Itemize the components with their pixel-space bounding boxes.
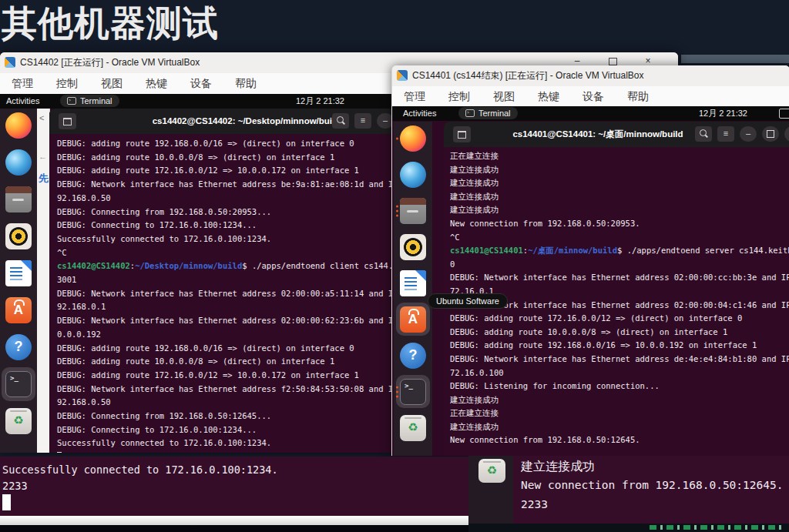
focused-app-menu[interactable]: >Terminal: [60, 95, 119, 107]
menu-item[interactable]: 视图: [89, 73, 134, 93]
terminal-output[interactable]: DEBUG: adding route 192.168.0.0/16 => (d…: [49, 134, 443, 453]
terminal-line: DEBUG: adding route 192.168.0.0/16 => (d…: [57, 137, 443, 151]
rhythmbox-icon: [5, 223, 32, 249]
thunderbird-icon: [400, 162, 426, 188]
terminal-line: New connection from 192.168.0.50:12645.: [521, 476, 789, 495]
terminal-icon: >: [67, 97, 76, 105]
terminal-line: Successfully connected to 172.16.0.100:1…: [57, 233, 443, 246]
terminal-line: New connection from 192.168.0.50:20953.: [450, 217, 789, 231]
terminal-line: 72.16.0.100: [450, 366, 789, 380]
dock-item-firefox[interactable]: [2, 109, 35, 142]
terminal-line: DEBUG: Network interface has Ethernet ad…: [57, 178, 443, 192]
menu-item[interactable]: 视图: [482, 86, 526, 106]
terminal-line: 建立连接成功: [450, 190, 789, 204]
menu-item[interactable]: 设备: [179, 73, 223, 93]
window2-dock: [394, 122, 432, 456]
dock-item-files[interactable]: [2, 182, 35, 216]
focused-app-menu[interactable]: >Terminal: [458, 107, 518, 119]
firefox-icon: [5, 112, 32, 139]
dock-item-help[interactable]: [2, 330, 35, 364]
search-icon[interactable]: [332, 113, 349, 129]
dock-item-software[interactable]: [396, 303, 430, 336]
zoomed-terminal-output: Successfully connected to 172.16.0.100:1…: [0, 457, 468, 516]
terminal-line: 建立连接成功: [450, 420, 789, 434]
terminal-line: cs14402@CS14402:~/Desktop/minnow/build$ …: [57, 259, 443, 273]
window1-terminal: cs14402@CS14402: ~/Desktop/minnow/build …: [49, 109, 443, 453]
dock-item-trash[interactable]: [2, 404, 35, 438]
activities-button[interactable]: Activities: [403, 106, 436, 121]
terminal-line: DEBUG: Connecting from 192.168.0.50:2095…: [57, 206, 443, 219]
menu-item[interactable]: 设备: [571, 86, 616, 106]
terminal-line: [57, 450, 443, 453]
dock-item-writer[interactable]: [396, 266, 430, 299]
virtualbox-logo-icon: [5, 57, 15, 68]
window1-title: CS14402 [正在运行] - Oracle VM VirtualBox: [20, 52, 200, 73]
dock-item-rhythmbox[interactable]: [396, 230, 430, 263]
terminal-line: DEBUG: Network interface has Ethernet ad…: [57, 287, 443, 301]
virtualbox-window-cs14401: CS14401 (cs144结束) [正在运行] - Oracle VM Vir…: [391, 65, 789, 456]
dock-item-trash[interactable]: [396, 411, 430, 444]
menu-item[interactable]: 帮助: [616, 86, 660, 106]
terminal-line: 正在建立连接: [450, 407, 789, 420]
menu-item[interactable]: 热键: [134, 73, 179, 93]
dock-item-thunderbird[interactable]: [2, 146, 35, 179]
dock-item-writer[interactable]: [2, 256, 35, 290]
terminal-line: Successfully connected to 172.16.0.100:1…: [57, 437, 443, 450]
dock-item-help[interactable]: [396, 339, 430, 372]
clock[interactable]: 12月 2 21:32: [699, 106, 747, 121]
dock-item-software[interactable]: [2, 293, 35, 327]
terminal-close-icon[interactable]: ×: [784, 126, 789, 142]
window2-titlebar[interactable]: CS14401 (cs144结束) [正在运行] - Oracle VM Vir…: [392, 65, 789, 86]
terminal-line: 建立连接成功: [450, 176, 789, 190]
terminal-line: DEBUG: Network interface has Ethernet ad…: [450, 353, 789, 366]
dock-item-thunderbird[interactable]: [396, 158, 430, 191]
hamburger-menu-icon[interactable]: ≡: [354, 113, 371, 129]
background-app-window[interactable]: < ← 先: [37, 109, 50, 453]
terminal-line: ^C: [57, 246, 443, 260]
terminal-headerbar[interactable]: cs14402@CS14402: ~/Desktop/minnow/build …: [49, 109, 443, 134]
dock-item-terminal[interactable]: [396, 375, 430, 408]
terminal-line: 建立连接成功: [521, 457, 789, 476]
terminal-line: DEBUG: Network interface has Ethernet ad…: [57, 383, 443, 396]
dock-tooltip: Ubuntu Software: [428, 293, 508, 309]
terminal-icon: >: [465, 109, 475, 117]
menu-item[interactable]: 管理: [0, 73, 45, 93]
files-icon: [5, 186, 32, 212]
clock[interactable]: 12月 2 21:32: [296, 94, 344, 109]
terminal-line: New connection from 192.168.0.50:12645.: [450, 433, 789, 447]
terminal-line: 92.168.0.50: [57, 192, 443, 206]
dock-item-terminal[interactable]: [2, 367, 35, 401]
dock-item-files[interactable]: [396, 194, 430, 227]
menu-item[interactable]: 热键: [526, 86, 571, 106]
hamburger-menu-icon[interactable]: ≡: [717, 126, 734, 142]
chevron-left-icon: <: [39, 113, 44, 122]
terminal-line: DEBUG: adding route 192.168.0.0/16 => 10…: [450, 339, 789, 353]
trash-icon: [478, 459, 505, 483]
terminal-line: cs14401@CS14401:~/桌面/minnow/build$ ./app…: [450, 244, 789, 258]
bottom-strip: [0, 525, 468, 532]
screencast-icon[interactable]: [779, 109, 789, 119]
terminal-line: DEBUG: adding route 10.0.0.0/8 => (direc…: [450, 326, 789, 340]
terminal-line: DEBUG: Connecting to 172.16.0.100:1234..…: [57, 423, 443, 437]
bottom-strip: [468, 524, 789, 532]
trash-icon: [400, 415, 426, 441]
dock-item-firefox[interactable]: [396, 122, 430, 155]
search-icon[interactable]: [695, 126, 712, 142]
help-icon: [400, 343, 426, 369]
zoomed-result-right: 建立连接成功 New connection from 192.168.0.50:…: [468, 456, 789, 532]
terminal-line: DEBUG: adding route 172.16.0.0/12 => (di…: [450, 312, 789, 326]
terminal-line: 建立连接成功: [450, 393, 789, 407]
activities-button[interactable]: Activities: [6, 94, 39, 109]
terminal-minimize-icon[interactable]: –: [740, 126, 757, 142]
statusbar-strip: [0, 516, 468, 525]
terminal-line: 0: [450, 258, 789, 272]
menu-item[interactable]: 管理: [392, 86, 437, 106]
dock-item-rhythmbox[interactable]: [2, 219, 35, 253]
menu-item[interactable]: 控制: [45, 73, 89, 93]
menu-item[interactable]: 帮助: [223, 73, 268, 93]
running-indicator-dots: [396, 205, 398, 216]
terminal-maximize-icon[interactable]: [762, 126, 779, 142]
terminal-line: ^C: [450, 231, 789, 245]
terminal-headerbar[interactable]: cs14401@CS14401: ~/桌面/minnow/build ≡ – ×: [444, 122, 789, 147]
menu-item[interactable]: 控制: [437, 86, 482, 106]
